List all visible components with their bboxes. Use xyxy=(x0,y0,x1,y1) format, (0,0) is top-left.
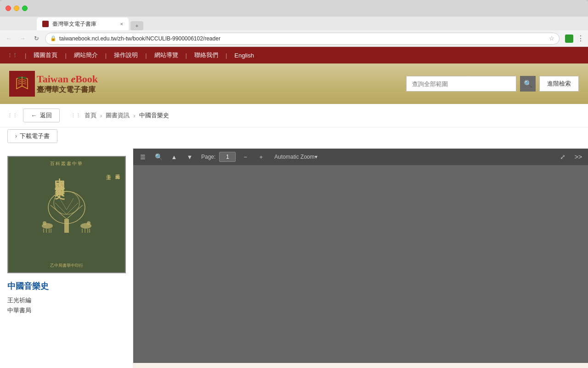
reload-button[interactable]: ↻ xyxy=(31,34,41,44)
pdf-search-icon: 🔍 xyxy=(155,153,163,161)
nav-divider-4: | xyxy=(145,52,147,59)
back-button[interactable]: ← 返回 xyxy=(23,109,60,122)
back-arrow-icon: ← xyxy=(31,112,37,119)
book-cover-bottom-text: 乙中局書華中印行 xyxy=(8,263,125,269)
book-cover-tree-decoration xyxy=(34,182,99,237)
search-input[interactable] xyxy=(406,76,516,92)
title-bar xyxy=(0,0,588,17)
browser-window: 臺灣華文電子書庫 × + ← → ↻ 🔒 taiwanebook.ncl.edu… xyxy=(0,0,588,368)
breadcrumb-library-link[interactable]: 圖書資訊 xyxy=(106,111,130,120)
site-logo[interactable]: Taiwan eBook 臺灣華文電子書庫 xyxy=(9,71,119,97)
nav-link-about[interactable]: 網站簡介 xyxy=(70,51,102,59)
breadcrumb-home-link[interactable]: 首頁 xyxy=(85,111,96,120)
search-area: 🔍 進階檢索 xyxy=(406,76,579,92)
pdf-prev-icon: ▲ xyxy=(171,154,177,161)
search-icon: 🔍 xyxy=(524,80,532,88)
url-bar[interactable]: 🔒 taiwanebook.ncl.edu.tw/zh-tw/book/NCCU… xyxy=(45,33,560,45)
advanced-search-button[interactable]: 進階檢索 xyxy=(539,76,579,92)
svg-rect-2 xyxy=(64,219,69,233)
extension-icon[interactable] xyxy=(565,34,573,43)
svg-line-7 xyxy=(55,203,67,214)
breadcrumb-current: 中國音樂史 xyxy=(139,111,169,120)
pdf-more-button[interactable]: >> xyxy=(572,151,584,163)
address-bar: ← → ↻ 🔒 taiwanebook.ncl.edu.tw/zh-tw/boo… xyxy=(0,30,588,47)
logo-icon-box xyxy=(9,71,35,97)
tab-close-button[interactable]: × xyxy=(120,21,123,27)
toolbar-dots-icon: ⋮⋮ xyxy=(7,113,17,119)
forward-button[interactable]: → xyxy=(17,34,28,44)
pdf-zoom-in-icon: + xyxy=(260,154,263,161)
logo-book-text: Book xyxy=(75,73,98,85)
browser-menu-button[interactable]: ⋮ xyxy=(577,34,584,43)
book-cover-series: 百科叢書中華 xyxy=(50,161,83,167)
download-label: 下載電子書 xyxy=(20,132,50,140)
maximize-window-button[interactable] xyxy=(22,6,28,11)
svg-point-12 xyxy=(43,221,46,225)
book-cover-image: 百科叢書中華 中國音樂史 上冊 編祈光王 xyxy=(7,156,126,273)
nav-divider-5: | xyxy=(186,52,187,59)
pdf-page-label: Page: xyxy=(201,154,215,160)
lock-icon: 🔒 xyxy=(50,35,57,41)
svg-point-18 xyxy=(87,221,90,225)
active-tab[interactable]: 臺灣華文電子書庫 × xyxy=(37,17,129,30)
logo-text: Taiwan eBook 臺灣華文電子書庫 xyxy=(37,73,98,95)
nav-link-contact[interactable]: 聯絡我們 xyxy=(191,51,222,59)
breadcrumb-arrow-2: › xyxy=(133,112,135,119)
download-chevron-icon: › xyxy=(15,133,17,139)
breadcrumb-dots-icon: ⋮⋮ xyxy=(71,113,81,119)
search-button[interactable]: 🔍 xyxy=(520,76,536,92)
pdf-search-button[interactable]: 🔍 xyxy=(153,151,164,163)
tab-favicon xyxy=(42,21,49,27)
nav-divider-3: | xyxy=(105,52,107,59)
pdf-more-icon: >> xyxy=(575,153,582,161)
pdf-prev-page-button[interactable]: ▲ xyxy=(168,151,180,163)
nav-dots-icon: ⋮⋮ xyxy=(7,52,17,58)
nav-link-home[interactable]: 國圖首頁 xyxy=(30,51,61,59)
book-author: 王光祈編 xyxy=(7,296,125,305)
pdf-sidebar-icon: ☰ xyxy=(140,154,146,161)
logo-e-text: e xyxy=(71,73,75,85)
nav-link-sitemap[interactable]: 網站導覽 xyxy=(151,51,182,59)
book-title[interactable]: 中國音樂史 xyxy=(7,281,125,292)
traffic-lights xyxy=(6,6,28,11)
svg-line-8 xyxy=(67,203,78,214)
download-area: › 下載電子書 xyxy=(0,127,588,149)
pdf-zoom-out-icon: − xyxy=(244,154,248,161)
url-text: taiwanebook.ncl.edu.tw/zh-tw/book/NCCULI… xyxy=(59,35,220,42)
pdf-toolbar: ☰ 🔍 ▲ ▼ Page: xyxy=(133,149,588,165)
top-navigation: ⋮⋮ | 國圖首頁 | 網站簡介 | 操作說明 | 網站導覽 | 聯絡我們 | … xyxy=(0,47,588,63)
new-tab-button[interactable]: + xyxy=(130,21,143,30)
tab-bar: 臺灣華文電子書庫 × + xyxy=(0,17,588,30)
nav-divider-2: | xyxy=(65,52,66,59)
nav-link-instructions[interactable]: 操作說明 xyxy=(110,51,141,59)
logo-image: Taiwan eBook 臺灣華文電子書庫 xyxy=(9,71,119,97)
content-toolbar: ⋮⋮ ← 返回 ⋮⋮ 首頁 › 圖書資訊 › 中國音樂史 xyxy=(0,104,588,127)
svg-point-1 xyxy=(23,77,27,79)
nav-link-english[interactable]: English xyxy=(231,52,258,59)
pdf-zoom-in-button[interactable]: + xyxy=(255,151,267,163)
pdf-zoom-out-button[interactable]: − xyxy=(239,151,251,163)
book-cover-inner: 百科叢書中華 中國音樂史 上冊 編祈光王 xyxy=(8,157,125,272)
book-publisher: 中華書局 xyxy=(7,306,125,315)
new-tab-icon: + xyxy=(136,23,138,29)
pdf-next-page-button[interactable]: ▼ xyxy=(184,151,196,163)
pdf-page-input[interactable] xyxy=(219,152,236,162)
back-label: 返回 xyxy=(40,111,52,120)
website-content: ⋮⋮ | 國圖首頁 | 網站簡介 | 操作說明 | 網站導覽 | 聯絡我們 | … xyxy=(0,47,588,368)
nav-divider-6: | xyxy=(226,52,227,59)
logo-book-icon xyxy=(14,77,30,91)
back-button[interactable]: ← xyxy=(4,34,14,44)
download-ebook-button[interactable]: › 下載電子書 xyxy=(7,129,57,143)
content-area: ⋮⋮ ← 返回 ⋮⋮ 首頁 › 圖書資訊 › 中國音樂史 › xyxy=(0,104,588,368)
pdf-zoom-label[interactable]: Automatic Zoom▾ xyxy=(274,154,317,160)
logo-chinese-text: 臺灣華文電子書庫 xyxy=(37,85,98,95)
nav-divider-1: | xyxy=(25,52,26,59)
close-window-button[interactable] xyxy=(6,6,11,11)
minimize-window-button[interactable] xyxy=(14,6,19,11)
svg-line-9 xyxy=(60,198,67,210)
pdf-fullscreen-button[interactable]: ⤢ xyxy=(557,151,569,163)
logo-taiwan-text: Taiwan xyxy=(37,73,71,85)
pdf-sidebar-toggle-button[interactable]: ☰ xyxy=(137,151,149,163)
breadcrumb-arrow-1: › xyxy=(100,112,102,119)
bookmark-icon[interactable]: ☆ xyxy=(549,35,554,42)
